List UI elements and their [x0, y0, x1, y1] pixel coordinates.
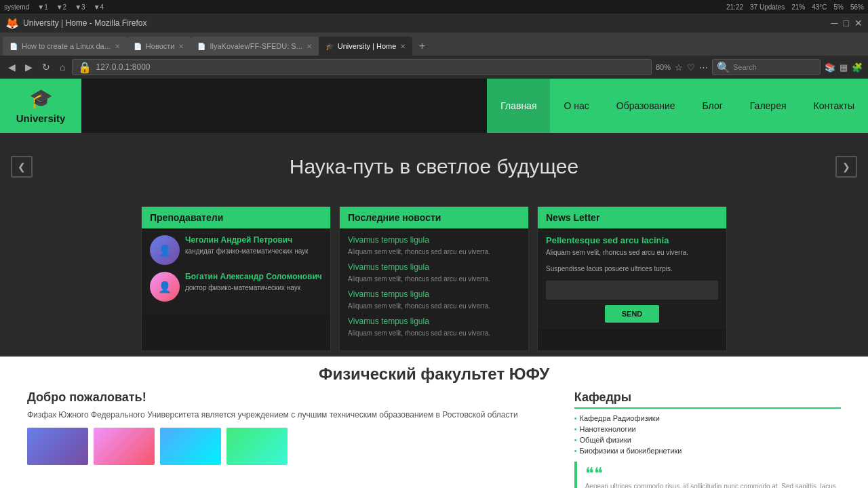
- tab-label-2: Новости: [146, 42, 175, 50]
- prev-icon: ❮: [18, 161, 26, 172]
- browser-tabbar: 📄 How to create a Linux da... ✕ 📄 Новост…: [0, 33, 868, 56]
- welcome-title: Добро пожаловать!: [27, 390, 561, 405]
- nav-contacts[interactable]: Контакты: [800, 79, 868, 133]
- kafedry-item-4: Биофизики и биокибернетики: [574, 445, 841, 456]
- newsletter-card-header: News Letter: [538, 207, 726, 228]
- sysbar-ws3[interactable]: ▼3: [75, 3, 85, 11]
- kafedry-item-1: Кафедра Радиофизики: [574, 413, 841, 424]
- tab-icon-2: 📄: [134, 43, 142, 50]
- news-text-2: Aliquam sem velit, rhoncus sed arcu eu v…: [348, 275, 490, 283]
- new-tab-button[interactable]: +: [412, 37, 431, 56]
- tab-close-4[interactable]: ✕: [400, 43, 406, 50]
- tab-how-to[interactable]: 📄 How to create a Linux da... ✕: [3, 37, 127, 56]
- minimize-button[interactable]: ─: [831, 18, 838, 28]
- home-button[interactable]: ⌂: [57, 60, 68, 74]
- url-text: 127.0.0.1:8000: [96, 62, 150, 72]
- tab-close-1[interactable]: ✕: [115, 43, 120, 50]
- browser-toolbar: ◀ ▶ ↻ ⌂ 🔒 127.0.0.1:8000 80% ☆ ♡ ⋯ 🔍 Sea…: [0, 56, 868, 79]
- teacher-name-2[interactable]: Богатин Александр Соломонович: [185, 272, 322, 283]
- sysbar-ws2[interactable]: ▼2: [56, 3, 66, 11]
- search-icon: 🔍: [717, 61, 730, 74]
- news-link-2[interactable]: Vivamus tempus ligula: [348, 262, 520, 272]
- site-nav: Главная О нас Образование Блог Галерея К…: [81, 79, 868, 133]
- tab-university[interactable]: 🎓 University | Home ✕: [319, 37, 413, 56]
- logo-text: University: [16, 113, 66, 124]
- faculty-section: Физический факультет ЮФУ Добро пожаловат…: [0, 357, 868, 488]
- system-bar: systemd ▼1 ▼2 ▼3 ▼4 21:22 37 Updates 21%…: [0, 0, 868, 14]
- next-icon: ❯: [842, 161, 850, 172]
- faculty-image-1: [27, 428, 88, 465]
- maximize-button[interactable]: □: [844, 18, 849, 28]
- tab-news[interactable]: 📄 Новости ✕: [127, 37, 191, 56]
- faculty-images: [27, 428, 561, 465]
- news-card-header: Последние новости: [340, 207, 528, 228]
- sidebar-icon[interactable]: ▦: [840, 62, 848, 73]
- teacher-role-2: доктор физико-математических наук: [185, 284, 322, 291]
- cards-section: Преподаватели 👤 Чеголин Андрей Петрович …: [0, 201, 868, 357]
- news-item-2: Vivamus tempus ligula Aliquam sem velit,…: [348, 262, 520, 284]
- news-text-4: Aliquam sem velit, rhoncus sed arcu eu v…: [348, 329, 490, 337]
- search-bar[interactable]: 🔍 Search: [712, 59, 821, 75]
- teacher-name-1[interactable]: Чеголин Андрей Петрович: [185, 235, 308, 246]
- website-content: 🎓 University Главная О нас Образование Б…: [0, 79, 868, 488]
- teacher-info-1: Чеголин Андрей Петрович кандидат физико-…: [185, 235, 308, 255]
- back-button[interactable]: ◀: [5, 60, 18, 74]
- tab-label-1: How to create a Linux da...: [22, 42, 111, 50]
- nav-home[interactable]: Главная: [487, 79, 550, 133]
- news-card: Последние новости Vivamus tempus ligula …: [339, 206, 529, 351]
- tab-close-2[interactable]: ✕: [178, 43, 184, 50]
- lock-icon: 🔒: [78, 61, 92, 74]
- sysbar-volume: 56%: [850, 3, 864, 11]
- teachers-card: Преподаватели 👤 Чеголин Андрей Петрович …: [141, 206, 331, 351]
- menu-icon[interactable]: ⋯: [699, 62, 708, 73]
- nav-about[interactable]: О нас: [550, 79, 602, 133]
- hero-prev-button[interactable]: ❮: [11, 156, 33, 178]
- news-link-1[interactable]: Vivamus tempus ligula: [348, 235, 520, 245]
- nav-gallery[interactable]: Галерея: [736, 79, 800, 133]
- teacher-role-1: кандидат физико-математических наук: [185, 247, 308, 255]
- nav-blog[interactable]: Блог: [689, 79, 736, 133]
- news-link-4[interactable]: Vivamus tempus ligula: [348, 317, 520, 326]
- welcome-text: Физфак Южного Федерального Университета …: [27, 409, 561, 421]
- sysbar-temp: 43°C: [812, 3, 827, 11]
- nav-education[interactable]: Образование: [603, 79, 689, 133]
- tab-github[interactable]: 📄 IlyaKovalev/FF-SFEDU: S... ✕: [191, 37, 318, 56]
- tab-label-4: University | Home: [338, 42, 397, 50]
- url-bar[interactable]: 🔒 127.0.0.1:8000: [72, 59, 652, 75]
- sysbar-ws4[interactable]: ▼4: [94, 3, 104, 11]
- heart-icon[interactable]: ♡: [687, 62, 695, 73]
- news-text-3: Aliquam sem velit, rhoncus sed arcu eu v…: [348, 302, 490, 310]
- tab-icon-1: 📄: [9, 43, 18, 50]
- kafedry-title: Кафедры: [574, 390, 841, 409]
- site-logo[interactable]: 🎓 University: [0, 79, 81, 133]
- quote-mark: ❝❝: [585, 466, 841, 482]
- kafedry-list: Кафедра Радиофизики Нанотехнологии Общей…: [574, 413, 841, 456]
- faculty-image-2: [94, 428, 155, 465]
- reload-button[interactable]: ↻: [39, 60, 53, 74]
- teacher-item-2: 👤 Богатин Александр Соломонович доктор ф…: [150, 272, 322, 302]
- sysbar-app: systemd: [4, 3, 29, 11]
- newsletter-email-input[interactable]: [546, 281, 718, 300]
- bookmark-icon[interactable]: ☆: [675, 62, 683, 73]
- hero-next-button[interactable]: ❯: [835, 156, 857, 178]
- site-header: 🎓 University Главная О нас Образование Б…: [0, 79, 868, 133]
- faculty-content: Добро пожаловать! Физфак Южного Федераль…: [27, 390, 841, 488]
- titlebar-controls[interactable]: ─ □ ✕: [831, 18, 863, 28]
- sysbar-ws1[interactable]: ▼1: [37, 3, 47, 11]
- news-link-3[interactable]: Vivamus tempus ligula: [348, 289, 520, 299]
- bookmarks-icon[interactable]: 📚: [825, 62, 835, 73]
- kafedry-item-3: Общей физики: [574, 434, 841, 445]
- tab-close-3[interactable]: ✕: [307, 43, 312, 50]
- forward-button[interactable]: ▶: [22, 60, 35, 74]
- extensions-icon[interactable]: 🧩: [852, 62, 863, 73]
- logo-icon: 🎓: [29, 87, 53, 110]
- sysbar-cpu: 5%: [834, 3, 844, 11]
- teachers-card-header: Преподаватели: [142, 207, 330, 228]
- sysbar-updates: 37 Updates: [750, 3, 785, 11]
- toolbar-icons: ☆ ♡ ⋯: [675, 62, 708, 73]
- close-button[interactable]: ✕: [854, 18, 863, 28]
- teacher-info-2: Богатин Александр Соломонович доктор физ…: [185, 272, 322, 291]
- faculty-right: Кафедры Кафедра Радиофизики Нанотехнолог…: [574, 390, 841, 488]
- sysbar-time: 21:22: [726, 3, 743, 11]
- newsletter-send-button[interactable]: SEND: [605, 305, 659, 323]
